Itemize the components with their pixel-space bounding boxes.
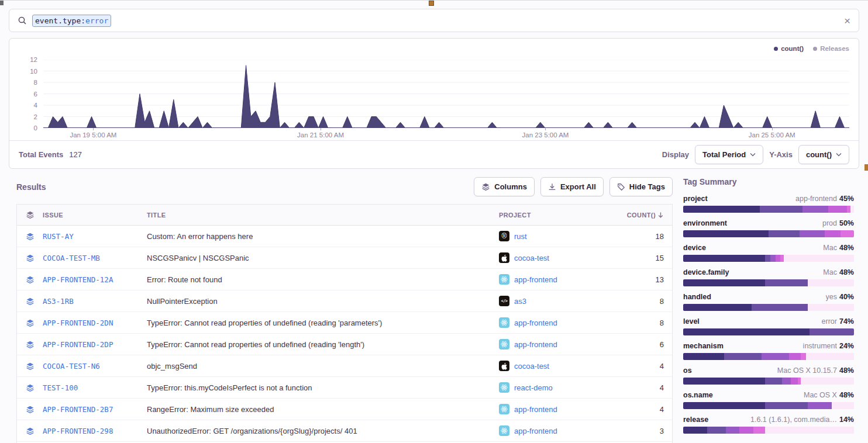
tag-bar-segment[interactable] <box>683 378 765 385</box>
tag-bar-segment[interactable] <box>765 378 782 385</box>
tag-bar-segment[interactable] <box>683 230 769 237</box>
tag-distribution-bar[interactable] <box>683 427 854 434</box>
tag-bar-segment[interactable] <box>776 255 781 262</box>
y-axis-tick: 10 <box>30 68 37 75</box>
tag-bar-segment[interactable] <box>808 279 854 286</box>
export-all-button[interactable]: Export All <box>540 177 604 196</box>
tag-bar-segment[interactable] <box>707 427 726 434</box>
project-link[interactable]: cocoa-test <box>514 362 549 371</box>
tag-distribution-bar[interactable] <box>683 378 854 385</box>
tag-bar-segment[interactable] <box>753 427 765 434</box>
header-title[interactable]: TITLE <box>147 212 499 219</box>
display-select[interactable]: Total Period <box>695 145 763 164</box>
issue-link[interactable]: APP-FRONTEND-298 <box>43 427 113 435</box>
issue-link[interactable]: APP-FRONTEND-12A <box>43 275 113 284</box>
issue-stack-icon <box>17 405 43 414</box>
project-link[interactable]: app-frontend <box>514 319 557 327</box>
tag-bar-segment[interactable] <box>800 230 825 237</box>
tag-bar-segment[interactable] <box>832 402 854 409</box>
tag-top-value: Mac <box>823 268 837 276</box>
tag-bar-segment[interactable] <box>765 427 854 434</box>
react-icon <box>499 404 509 414</box>
tag-bar-segment[interactable] <box>825 230 840 237</box>
project-link[interactable]: as3 <box>514 297 526 306</box>
tag-bar-segment[interactable] <box>801 353 806 360</box>
tag-bar-segment[interactable] <box>782 378 791 385</box>
count-value: 4 <box>616 405 672 414</box>
tag-bar-segment[interactable] <box>808 304 854 311</box>
tag-bar-segment[interactable] <box>683 255 765 262</box>
tag-bar-segment[interactable] <box>760 206 802 213</box>
project-link[interactable]: app-frontend <box>514 405 557 414</box>
tag-bar-segment[interactable] <box>724 353 762 360</box>
tag-distribution-bar[interactable] <box>683 206 854 213</box>
tag-bar-segment[interactable] <box>683 402 765 409</box>
project-link[interactable]: app-frontend <box>514 340 557 349</box>
tag-bar-segment[interactable] <box>789 353 801 360</box>
legend-item-releases[interactable]: Releases <box>813 45 849 52</box>
tag-bar-segment[interactable] <box>828 206 847 213</box>
tag-bar-segment[interactable] <box>806 353 854 360</box>
tag-top-value: yes <box>826 293 837 301</box>
tag-bar-segment[interactable] <box>791 378 798 385</box>
tag-bar-segment[interactable] <box>739 427 753 434</box>
close-icon[interactable]: × <box>844 15 850 26</box>
search-query-token[interactable]: event.type:error <box>32 15 111 27</box>
header-issue[interactable]: ISSUE <box>43 212 147 219</box>
issue-link[interactable]: TEST-100 <box>43 383 78 392</box>
project-link[interactable]: cocoa-test <box>514 254 549 262</box>
header-count-sort[interactable]: COUNT() <box>616 212 672 219</box>
tag-bar-segment[interactable] <box>841 230 854 237</box>
issue-link[interactable]: COCOA-TEST-N6 <box>43 362 100 371</box>
hide-tags-button[interactable]: Hide Tags <box>609 177 673 196</box>
search-bar[interactable]: event.type:error × <box>9 9 859 32</box>
columns-button[interactable]: Columns <box>474 177 535 196</box>
tag-bar-segment[interactable] <box>726 427 739 434</box>
tag-bar-segment[interactable] <box>683 206 760 213</box>
tag-bar-segment[interactable] <box>769 230 800 237</box>
tag-bar-segment[interactable] <box>802 206 828 213</box>
tag-distribution-bar[interactable] <box>683 304 854 311</box>
event-volume-chart[interactable] <box>43 60 849 128</box>
project-link[interactable]: app-frontend <box>514 275 557 284</box>
tag-bar-segment[interactable] <box>784 255 854 262</box>
tag-distribution-bar[interactable] <box>683 255 854 262</box>
tag-bar-segment[interactable] <box>683 279 765 286</box>
tag-bar-segment[interactable] <box>770 255 776 262</box>
tag-distribution-bar[interactable] <box>683 279 854 286</box>
yaxis-select[interactable]: count() <box>798 145 849 164</box>
project-link[interactable]: app-frontend <box>514 427 557 435</box>
tag-bar-segment[interactable] <box>683 427 707 434</box>
tag-bar-segment[interactable] <box>765 255 770 262</box>
tag-bar-segment[interactable] <box>683 304 752 311</box>
tag-distribution-bar[interactable] <box>683 353 854 360</box>
tag-bar-segment[interactable] <box>801 378 854 385</box>
tag-bar-segment[interactable] <box>765 402 808 409</box>
tag-bar-segment[interactable] <box>752 304 808 311</box>
tag-distribution-bar[interactable] <box>683 230 854 237</box>
tag-bar-segment[interactable] <box>683 328 810 335</box>
tag-item-release: release1.6.1 (1.6.1), com.media…14% <box>683 416 854 434</box>
tag-distribution-bar[interactable] <box>683 402 854 409</box>
x-axis-tick-mark <box>321 128 321 130</box>
tag-bar-segment[interactable] <box>808 402 832 409</box>
header-project[interactable]: PROJECT <box>499 212 616 219</box>
issue-link[interactable]: APP-FRONTEND-2DN <box>43 319 113 327</box>
tag-bar-segment[interactable] <box>765 279 808 286</box>
issue-link[interactable]: APP-FRONTEND-2B7 <box>43 405 113 414</box>
issue-link[interactable]: AS3-1RB <box>43 297 74 306</box>
tag-bar-segment[interactable] <box>683 353 724 360</box>
tag-bar-segment[interactable] <box>810 328 854 335</box>
issue-link[interactable]: RUST-AY <box>43 232 74 241</box>
tag-bar-segment[interactable] <box>850 206 854 213</box>
table-row: RUST-AYCustom: An error happens here®rus… <box>17 226 672 247</box>
tag-bar-segment[interactable] <box>762 353 789 360</box>
issue-link[interactable]: COCOA-TEST-MB <box>43 254 100 262</box>
project-link[interactable]: rust <box>514 232 527 241</box>
issue-link[interactable]: APP-FRONTEND-2DP <box>43 340 113 349</box>
project-cell: app-frontend <box>499 317 616 328</box>
legend-item-count[interactable]: count() <box>774 45 804 52</box>
project-link[interactable]: react-demo <box>514 383 553 392</box>
arrow-down-icon <box>657 212 664 219</box>
tag-distribution-bar[interactable] <box>683 328 854 335</box>
